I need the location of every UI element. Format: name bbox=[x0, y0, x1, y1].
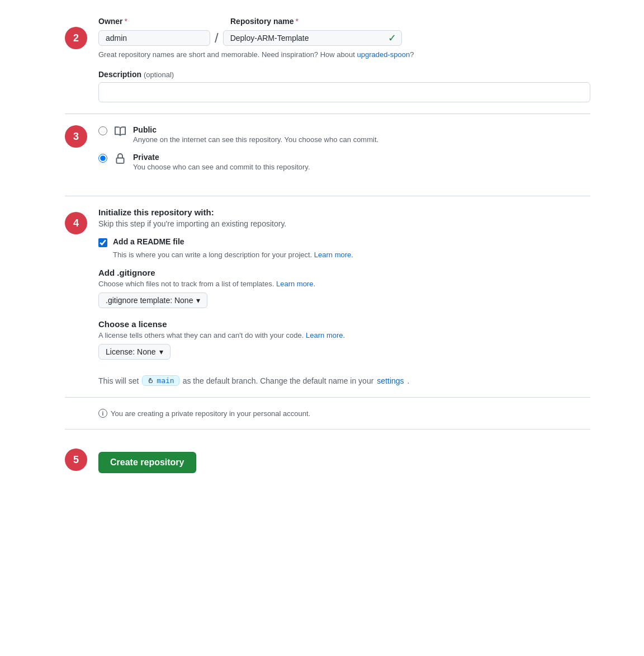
branch-badge: main bbox=[142, 375, 179, 386]
slash-divider: / bbox=[215, 30, 219, 46]
repo-name-label: Repository name bbox=[230, 17, 294, 26]
gitignore-title: Add .gitignore bbox=[98, 268, 590, 277]
step-badge-5: 5 bbox=[65, 449, 87, 471]
branch-info: This will set main as the default branch… bbox=[98, 375, 590, 386]
divider-4 bbox=[65, 429, 590, 430]
step-badge-3: 3 bbox=[65, 125, 87, 148]
description-input[interactable] bbox=[98, 82, 590, 102]
lock-icon bbox=[114, 153, 126, 166]
settings-link[interactable]: settings bbox=[377, 376, 404, 385]
repo-required: * bbox=[296, 17, 299, 26]
initialize-title: Initialize this repository with: bbox=[98, 207, 590, 217]
step-badge-2: 2 bbox=[65, 27, 87, 49]
description-label: Description (optional) bbox=[98, 70, 590, 79]
owner-label: Owner bbox=[98, 17, 123, 26]
private-desc: You choose who can see and commit to thi… bbox=[133, 163, 310, 171]
public-desc: Anyone on the internet can see this repo… bbox=[133, 135, 378, 144]
gitignore-learn-more-link[interactable]: Learn more. bbox=[276, 280, 315, 288]
private-label: Private bbox=[133, 153, 310, 162]
visibility-public-option: Public Anyone on the internet can see th… bbox=[98, 125, 590, 144]
license-title: Choose a license bbox=[98, 319, 590, 329]
gitignore-dropdown[interactable]: .gitignore template: None ▾ bbox=[98, 292, 207, 308]
create-repository-button[interactable]: Create repository bbox=[98, 452, 196, 473]
visibility-private-option: Private You choose who can see and commi… bbox=[98, 153, 590, 171]
chevron-down-icon: ▾ bbox=[196, 296, 200, 305]
chevron-down-icon-2: ▾ bbox=[159, 347, 163, 356]
valid-checkmark-icon: ✓ bbox=[388, 32, 396, 44]
divider-1 bbox=[65, 114, 590, 114]
owner-input[interactable] bbox=[98, 30, 210, 46]
info-notice: i You are creating a private repository … bbox=[98, 409, 590, 418]
license-desc: A license tells others what they can and… bbox=[98, 331, 590, 339]
divider-3 bbox=[65, 397, 590, 398]
owner-required: * bbox=[125, 17, 127, 26]
public-label: Public bbox=[133, 125, 378, 134]
repo-hint: Great repository names are short and mem… bbox=[98, 50, 590, 59]
info-circle-icon: i bbox=[98, 409, 107, 418]
gitignore-desc: Choose which files not to track from a l… bbox=[98, 280, 590, 288]
license-dropdown[interactable]: License: None ▾ bbox=[98, 344, 171, 360]
book-icon bbox=[114, 126, 126, 138]
readme-label: Add a README file bbox=[113, 237, 184, 246]
divider-2 bbox=[65, 196, 590, 196]
step-badge-4: 4 bbox=[65, 212, 87, 234]
readme-checkbox[interactable] bbox=[98, 238, 107, 247]
readme-desc: This is where you can write a long descr… bbox=[113, 251, 590, 259]
public-radio[interactable] bbox=[98, 126, 107, 135]
initialize-subtitle: Skip this step if you're importing an ex… bbox=[98, 219, 590, 228]
suggestion-link[interactable]: upgraded-spoon bbox=[357, 50, 410, 59]
license-learn-more-link[interactable]: Learn more. bbox=[306, 331, 345, 339]
private-radio[interactable] bbox=[98, 154, 107, 163]
readme-checkbox-row: Add a README file bbox=[98, 237, 590, 247]
repo-name-input[interactable] bbox=[223, 30, 402, 46]
readme-learn-more-link[interactable]: Learn more. bbox=[314, 251, 353, 259]
